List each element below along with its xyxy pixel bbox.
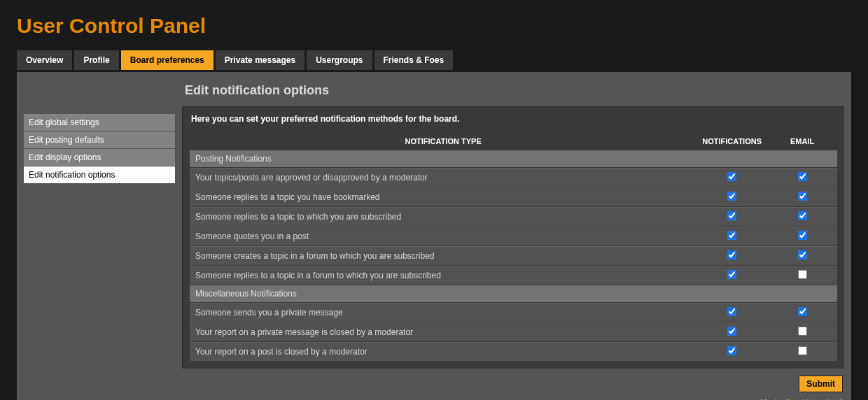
email-checkbox[interactable] [798,211,807,220]
table-row: Someone replies to a topic to which you … [190,207,837,226]
content-box: Here you can set your preferred notifica… [182,106,844,369]
email-checkbox[interactable] [798,346,807,355]
th-type: NOTIFICATION TYPE [190,133,696,150]
notification-checkbox[interactable] [727,172,736,181]
email-checkbox[interactable] [798,250,807,259]
submit-button[interactable]: Submit [799,376,843,392]
notification-label: Someone quotes you in a post [190,227,696,245]
notification-label: Someone sends you a private message [190,303,696,322]
table-row: Someone replies to a topic you have book… [190,187,837,206]
table-row: Someone creates a topic in a forum to wh… [190,246,837,265]
table-row: Someone replies to a topic in a forum to… [190,266,837,285]
table-row: Someone quotes you in a post [190,227,837,245]
group-header: Posting Notifications [190,150,837,167]
panel: Edit global settings Edit posting defaul… [17,72,851,400]
notification-table: NOTIFICATION TYPE NOTIFICATIONS EMAIL Po… [190,132,837,362]
email-checkbox[interactable] [798,192,807,201]
table-row: Your report on a private message is clos… [190,322,837,341]
email-checkbox[interactable] [798,270,807,279]
sidebar-item-display-options[interactable]: Edit display options [24,149,175,166]
email-checkbox[interactable] [798,172,807,181]
tab-profile[interactable]: Profile [74,50,118,70]
notification-label: Your topics/posts are approved or disapp… [190,168,696,187]
notification-checkbox[interactable] [727,250,736,259]
sidebar-item-posting-defaults[interactable]: Edit posting defaults [24,131,175,148]
sidebar: Edit global settings Edit posting defaul… [24,114,175,184]
notification-checkbox[interactable] [727,327,736,336]
bottom-actions: Submit Mark all • Unmark all [182,376,844,400]
table-row: Your topics/posts are approved or disapp… [190,168,837,187]
sidebar-item-notification-options[interactable]: Edit notification options [24,166,175,183]
notification-label: Your report on a private message is clos… [190,322,696,341]
group-header: Miscellaneous Notifications [190,285,837,302]
table-row: Your report on a post is closed by a mod… [190,342,837,361]
notification-checkbox[interactable] [727,211,736,220]
tab-private-messages[interactable]: Private messages [216,50,304,70]
intro-text: Here you can set your preferred notifica… [190,114,837,124]
tab-usergroups[interactable]: Usergroups [307,50,372,70]
section-title: Edit notification options [185,83,844,98]
email-checkbox[interactable] [798,327,807,336]
notification-checkbox[interactable] [727,231,736,240]
tab-board-preferences[interactable]: Board preferences [121,50,214,70]
email-checkbox[interactable] [798,307,807,316]
notification-label: Someone replies to a topic to which you … [190,207,696,226]
tab-overview[interactable]: Overview [17,50,72,70]
main-content: Edit notification options Here you can s… [182,79,844,400]
notification-label: Someone replies to a topic in a forum to… [190,266,696,285]
notification-label: Someone creates a topic in a forum to wh… [190,246,696,265]
notification-checkbox[interactable] [727,192,736,201]
email-checkbox[interactable] [798,231,807,240]
page-title: User Control Panel [17,14,851,38]
notification-label: Someone replies to a topic you have book… [190,187,696,206]
notification-checkbox[interactable] [727,270,736,279]
sidebar-item-global-settings[interactable]: Edit global settings [24,114,175,131]
th-email: EMAIL [767,133,837,150]
tabs: Overview Profile Board preferences Priva… [17,50,851,70]
tab-friends-foes[interactable]: Friends & Foes [374,50,454,70]
table-row: Someone sends you a private message [190,303,837,322]
notification-checkbox[interactable] [727,307,736,316]
th-notifications: NOTIFICATIONS [696,133,767,150]
notification-checkbox[interactable] [727,346,736,355]
notification-label: Your report on a post is closed by a mod… [190,342,696,361]
